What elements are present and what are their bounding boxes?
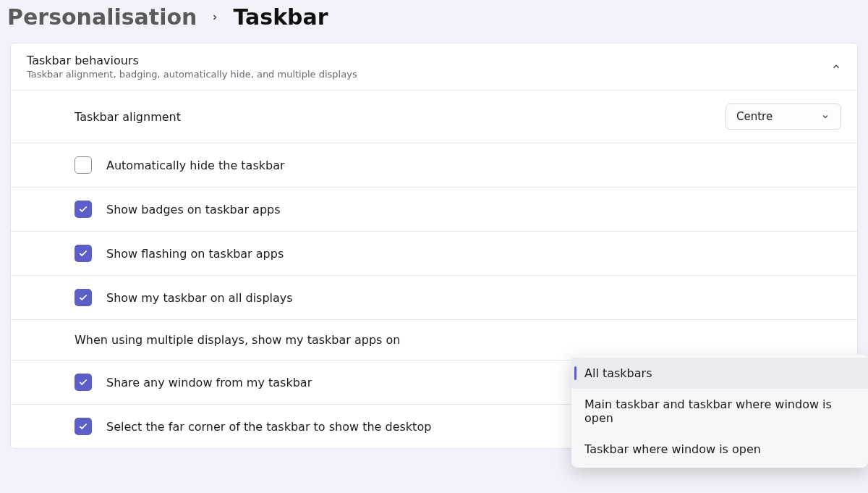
breadcrumb-parent[interactable]: Personalisation	[7, 4, 197, 30]
share-window-label: Share any window from my taskbar	[106, 376, 312, 389]
far-corner-label: Select the far corner of the taskbar to …	[106, 420, 431, 434]
multi-display-label: When using multiple displays, show my ta…	[75, 333, 400, 347]
show-badges-checkbox[interactable]	[75, 201, 92, 218]
alignment-select[interactable]: Centre	[726, 104, 841, 130]
share-window-checkbox[interactable]	[75, 374, 92, 391]
section-subtitle: Taskbar alignment, badging, automaticall…	[27, 69, 357, 80]
section-title: Taskbar behaviours	[27, 54, 357, 67]
row-all-displays: Show my taskbar on all displays	[11, 276, 857, 320]
section-header[interactable]: Taskbar behaviours Taskbar alignment, ba…	[11, 43, 857, 90]
selection-indicator-icon	[574, 366, 576, 380]
all-displays-checkbox[interactable]	[75, 289, 92, 306]
row-auto-hide: Automatically hide the taskbar	[11, 143, 857, 187]
alignment-label: Taskbar alignment	[75, 110, 181, 124]
taskbar-behaviours-panel: Taskbar behaviours Taskbar alignment, ba…	[10, 43, 858, 449]
breadcrumb-current: Taskbar	[233, 4, 328, 30]
row-multi-display-apps: When using multiple displays, show my ta…	[11, 320, 857, 361]
chevron-down-icon	[820, 111, 830, 122]
breadcrumb: Personalisation Taskbar	[0, 0, 868, 43]
auto-hide-label: Automatically hide the taskbar	[106, 159, 285, 172]
row-taskbar-alignment: Taskbar alignment Centre	[11, 90, 857, 143]
dropdown-item-all-taskbars[interactable]: All taskbars	[571, 358, 868, 389]
multi-display-dropdown: All taskbars Main taskbar and taskbar wh…	[571, 355, 868, 468]
show-badges-label: Show badges on taskbar apps	[106, 203, 281, 216]
dropdown-item-main-and-window[interactable]: Main taskbar and taskbar where window is…	[571, 389, 868, 434]
row-show-flashing: Show flashing on taskbar apps	[11, 232, 857, 276]
chevron-right-icon	[210, 12, 220, 22]
dropdown-item-window-only[interactable]: Taskbar where window is open	[571, 434, 868, 465]
far-corner-checkbox[interactable]	[75, 418, 92, 435]
alignment-value: Centre	[736, 110, 773, 123]
show-flashing-label: Show flashing on taskbar apps	[106, 247, 284, 261]
chevron-up-icon	[831, 62, 841, 72]
row-show-badges: Show badges on taskbar apps	[11, 187, 857, 232]
show-flashing-checkbox[interactable]	[75, 245, 92, 262]
all-displays-label: Show my taskbar on all displays	[106, 291, 293, 305]
auto-hide-checkbox[interactable]	[75, 156, 92, 174]
